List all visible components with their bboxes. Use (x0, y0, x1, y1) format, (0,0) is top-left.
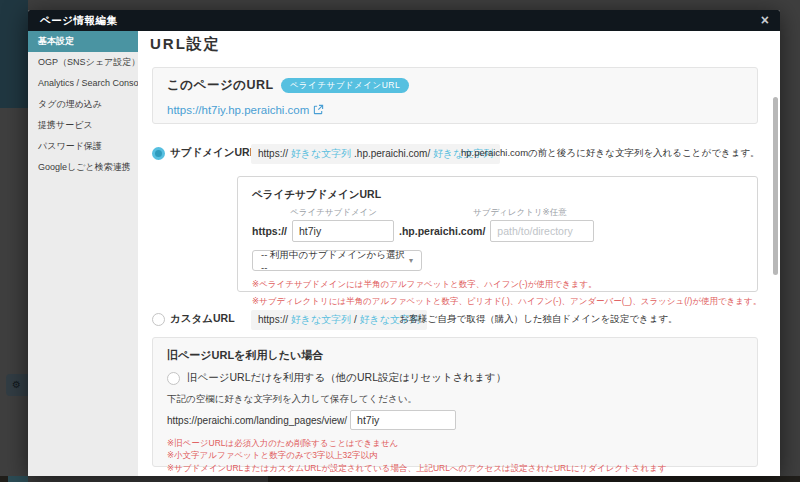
subdomain-url-radio-label[interactable]: サブドメインURL (170, 146, 256, 160)
legacy-url-prefix: https://peraichi.com/landing_pages/view/ (167, 415, 347, 426)
custom-url-radio[interactable] (152, 313, 165, 326)
sidebar-item-ogp[interactable]: OGP（SNSシェア設定） (28, 52, 138, 73)
current-url-box: このページのURL ペライチサブドメインURL https://ht7iy.hp… (152, 67, 758, 124)
subdomain-select[interactable]: -- 利用中のサブドメインから選択 -- ▾ (252, 250, 422, 271)
current-url-link[interactable]: https://ht7iy.hp.peraichi.com (167, 104, 309, 116)
underlying-bottom-teal-segment (8, 476, 28, 482)
subdomain-note-1: ※ペライチサブドメインには半角のアルファベットと数字、ハイフン(-)が使用できま… (252, 278, 743, 290)
underlying-bottom-gray-segment (28, 476, 268, 482)
subdomain-select-label: -- 利用中のサブドメインから選択 -- (261, 249, 409, 273)
sidebar-item-tag-embed[interactable]: タグの埋め込み (28, 94, 138, 115)
subdomain-box-title: ペライチサブドメインURL (252, 188, 743, 202)
legacy-url-input[interactable] (350, 410, 456, 430)
legacy-note-2: ※小文字アルファベットと数字のみで3字以上32字以内 (167, 449, 743, 461)
legacy-url-title: 旧ページURLを利用したい場合 (167, 348, 743, 363)
subdomain-field-label: ペライチサブドメイン (290, 207, 377, 219)
subdomain-url-row: サブドメインURL https:// 好きな文字列 .hp.peraichi.c… (152, 146, 256, 160)
sidebar-item-analytics[interactable]: Analytics / Search Console (28, 73, 138, 94)
page-info-edit-modal: ページ情報編集 × 基本設定 OGP（SNSシェア設定） Analytics /… (28, 10, 780, 476)
chevron-down-icon: ▾ (409, 256, 413, 265)
subdomain-settings-box: ペライチサブドメインURL ペライチサブドメイン サブディレクトリ※任意 htt… (237, 176, 758, 292)
external-link-icon[interactable] (313, 101, 324, 119)
sidebar-item-partner-services[interactable]: 提携サービス (28, 115, 138, 136)
sidebar-item-password-protect[interactable]: パスワード保護 (28, 136, 138, 157)
subdirectory-input[interactable] (490, 220, 594, 242)
subdomain-url-badge: ペライチサブドメインURL (281, 78, 410, 94)
subdomain-url-description: hp.peraichi.comの前と後ろに好きな文字列を入れることができます。 (461, 147, 760, 160)
url-settings-panel: URL設定 このページのURL ペライチサブドメインURL https://ht… (138, 31, 780, 476)
custom-url-row: カスタムURL https:// 好きな文字列 / 好きな文字列 お客様ご自身で… (152, 312, 235, 326)
domain-suffix: .hp.peraichi.com/ (399, 225, 485, 237)
legacy-url-instruction: 下記の空欄に好きな文字列を入力して保存してください。 (167, 393, 743, 406)
sidebar-item-google-jobs[interactable]: Googleしごと検索連携 (28, 157, 138, 178)
custom-url-description: お客様ご自身で取得（購入）した独自ドメインを設定できます。 (399, 313, 678, 326)
page-title: URL設定 (150, 35, 221, 54)
sidebar-item-basic-settings[interactable]: 基本設定 (28, 31, 138, 52)
subdomain-input[interactable] (292, 220, 394, 242)
legacy-url-radio-label[interactable]: 旧ページURLだけを利用する（他のURL設定はリセットされます） (187, 371, 506, 385)
legacy-url-radio[interactable] (167, 372, 180, 385)
subdomain-note-2: ※サブディレクトリには半角のアルファベットと数字、ピリオド(.)、ハイフン(-)… (252, 295, 743, 307)
legacy-url-box: 旧ページURLを利用したい場合 旧ページURLだけを利用する（他のURL設定はリ… (152, 337, 758, 467)
current-url-label: このページのURL (167, 77, 274, 94)
subdomain-url-radio[interactable] (152, 147, 165, 160)
settings-sidebar: 基本設定 OGP（SNSシェア設定） Analytics / Search Co… (28, 31, 138, 476)
gear-icon: ⚙ (12, 380, 21, 390)
close-icon[interactable]: × (761, 10, 769, 30)
legacy-note-3: ※サブドメインURLまたはカスタムURLが設定されている場合、上記URLへのアク… (167, 462, 743, 474)
custom-url-radio-label[interactable]: カスタムURL (170, 312, 235, 326)
protocol-prefix: https:// (252, 225, 287, 237)
legacy-note-1: ※旧ページURLは必須入力のため削除することはできません (167, 437, 743, 449)
underlying-bottom-bar (0, 476, 800, 482)
scrollbar-thumb[interactable] (773, 97, 778, 275)
modal-title: ページ情報編集 (40, 10, 118, 31)
subdirectory-field-label: サブディレクトリ※任意 (473, 207, 567, 219)
modal-header: ページ情報編集 × (28, 10, 780, 31)
underlying-page-section (0, 0, 28, 108)
